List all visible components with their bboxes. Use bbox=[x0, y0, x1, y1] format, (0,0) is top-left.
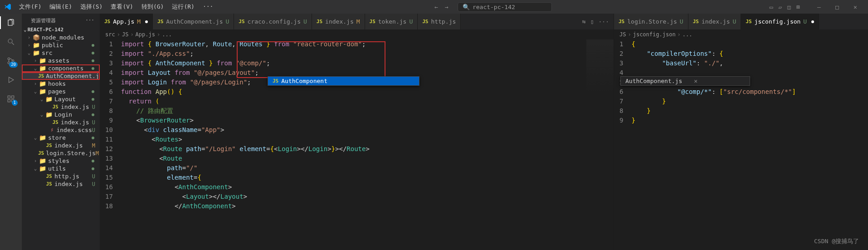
title-bar: 文件(F)编辑(E)选择(S)查看(V)转到(G)运行(R)··· ← → 🔍 … bbox=[0, 0, 868, 14]
code-editor-left[interactable]: 123456789101112131415161718 import { Bro… bbox=[100, 39, 614, 250]
search-icon: 🔍 bbox=[463, 4, 470, 10]
tooltip-close-icon[interactable]: ✕ bbox=[694, 78, 697, 84]
sidebar-title: 资源管理器 ··· bbox=[22, 14, 100, 26]
svg-rect-6 bbox=[8, 100, 10, 102]
back-icon[interactable]: ← bbox=[434, 4, 438, 10]
breadcrumb-left[interactable]: src › JS › App.js › ... bbox=[100, 29, 614, 39]
close-icon[interactable]: ✕ bbox=[846, 0, 864, 13]
maximize-icon[interactable]: □ bbox=[828, 0, 846, 13]
tree-item[interactable]: ›📁assets bbox=[22, 57, 100, 64]
project-name: REACT-PC-142 bbox=[28, 27, 63, 33]
code-lines-left[interactable]: import { BrowserRouter, Route, Routes } … bbox=[121, 39, 614, 250]
tree-item[interactable]: ⌄📁src bbox=[22, 49, 100, 57]
editor-tab[interactable]: JSindex.js U bbox=[688, 14, 741, 29]
editor-left: JSApp.js MJSAuthComponent.js UJScraco.co… bbox=[100, 14, 614, 250]
tree-item[interactable]: JSindex.jsU bbox=[22, 103, 100, 111]
autocomplete-popup[interactable]: JS AuthComponent bbox=[268, 76, 419, 86]
command-center[interactable]: 🔍 react-pc-142 bbox=[458, 2, 552, 12]
minimap[interactable] bbox=[586, 39, 614, 94]
editor-tab[interactable]: JSApp.js M bbox=[100, 14, 153, 29]
ext-badge: 1 bbox=[12, 100, 18, 106]
debug-icon[interactable] bbox=[5, 74, 16, 85]
editor-right: JSlogin.Store.js UJSindex.js UJSjsconfig… bbox=[614, 14, 868, 250]
layout-primary-icon[interactable]: ▭ bbox=[770, 4, 773, 10]
svg-point-1 bbox=[8, 58, 10, 60]
watermark: CSDN @搜捕鸟了 bbox=[814, 237, 859, 245]
editor-tab[interactable]: JScraco.config.js U bbox=[234, 14, 312, 29]
file-tooltip: AuthComponent.js ✕ bbox=[620, 76, 750, 86]
tree-item[interactable]: ›📁public bbox=[22, 41, 100, 49]
tree-item[interactable]: ›📁hooks bbox=[22, 80, 100, 88]
editor-tab[interactable]: JSlogin.Store.js U bbox=[614, 14, 688, 29]
editor-tab[interactable]: JSjsconfig.json U bbox=[741, 14, 819, 29]
tree-item[interactable]: ⌄📁Login bbox=[22, 111, 100, 118]
tree-item[interactable]: JSindex.jsM bbox=[22, 142, 100, 149]
menu-item[interactable]: 选择(S) bbox=[77, 1, 106, 13]
extensions-icon[interactable]: 1 bbox=[5, 93, 16, 104]
vscode-logo-icon bbox=[4, 3, 12, 11]
sidebar-more-icon[interactable]: ··· bbox=[85, 17, 94, 24]
svg-rect-4 bbox=[8, 96, 10, 98]
minimize-icon[interactable]: — bbox=[810, 0, 828, 13]
file-tree: ›📦node_modules›📁public⌄📁src›📁assets⌄📁com… bbox=[22, 34, 100, 250]
tree-item[interactable]: ⌄📁Layout bbox=[22, 95, 100, 103]
svg-point-0 bbox=[8, 39, 12, 43]
editor-tab[interactable]: JSAuthComponent.js U bbox=[153, 14, 234, 29]
menu-item[interactable]: 查看(V) bbox=[107, 1, 137, 13]
tooltip-label: AuthComponent.js bbox=[625, 78, 682, 84]
editor-tab[interactable]: JStoken.js U bbox=[365, 14, 418, 29]
split-icon[interactable]: ▯ bbox=[590, 18, 594, 25]
layout-panel-icon[interactable]: ▱ bbox=[779, 4, 782, 10]
tree-item[interactable]: JSindex.jsU bbox=[22, 118, 100, 126]
tree-item[interactable]: ♯index.scssU bbox=[22, 126, 100, 134]
menu-item[interactable]: ··· bbox=[199, 1, 217, 13]
gutter-right: 123456789 bbox=[614, 39, 631, 250]
suggest-label: AuthComponent bbox=[281, 78, 327, 84]
tree-item[interactable]: ›📦node_modules bbox=[22, 34, 100, 41]
tree-item[interactable]: ⌄📁pages bbox=[22, 88, 100, 95]
main-menu: 文件(F)编辑(E)选择(S)查看(V)转到(G)运行(R)··· bbox=[15, 1, 217, 13]
menu-item[interactable]: 转到(G) bbox=[138, 1, 167, 13]
tree-item[interactable]: JSAuthComponent.jsU bbox=[22, 72, 100, 80]
code-editor-right[interactable]: 123456789 { "compilerOptions": { "baseUr… bbox=[614, 39, 868, 250]
editor-tab[interactable]: JSindex.js M bbox=[312, 14, 365, 29]
more-icon[interactable]: ··· bbox=[599, 18, 609, 25]
search-icon[interactable] bbox=[5, 36, 16, 47]
explorer-sidebar: 资源管理器 ··· ⌄ REACT-PC-142 ›📦node_modules›… bbox=[22, 14, 100, 250]
layout-customize-icon[interactable]: ⊞ bbox=[796, 4, 800, 10]
menu-item[interactable]: 编辑(E) bbox=[46, 1, 75, 13]
tree-item[interactable]: ⌄📁components bbox=[22, 64, 100, 72]
forward-icon[interactable]: → bbox=[445, 4, 449, 10]
code-lines-right[interactable]: { "compilerOptions": { "baseUrl": "./", … bbox=[631, 39, 868, 250]
tree-item[interactable]: ⌄📁utils bbox=[22, 165, 100, 172]
editor-tab[interactable]: JShttp.js bbox=[418, 14, 461, 29]
tree-item[interactable]: ›📁styles bbox=[22, 157, 100, 165]
compare-icon[interactable]: ⇆ bbox=[582, 18, 586, 25]
sidebar-section[interactable]: ⌄ REACT-PC-142 bbox=[22, 26, 100, 34]
sidebar-title-label: 资源管理器 bbox=[31, 17, 56, 24]
menu-item[interactable]: 文件(F) bbox=[15, 1, 45, 13]
tabs-right: JSlogin.Store.js UJSindex.js UJSjsconfig… bbox=[614, 14, 868, 29]
tree-item[interactable]: ⌄📁store bbox=[22, 134, 100, 142]
activity-bar: 20 1 bbox=[0, 14, 22, 250]
menu-item[interactable]: 运行(R) bbox=[168, 1, 198, 13]
breadcrumb-right[interactable]: JS › jsconfig.json › ... bbox=[614, 29, 868, 39]
scm-icon[interactable]: 20 bbox=[5, 55, 16, 66]
tree-item[interactable]: JSindex.jsU bbox=[22, 180, 100, 188]
scm-badge: 20 bbox=[9, 62, 18, 68]
tree-item[interactable]: JSlogin.Store.jsM bbox=[22, 149, 100, 157]
svg-rect-5 bbox=[12, 96, 14, 98]
nav-arrows: ← → bbox=[434, 4, 449, 10]
tree-item[interactable]: JShttp.jsU bbox=[22, 172, 100, 180]
gutter-left: 123456789101112131415161718 bbox=[100, 39, 121, 250]
search-text: react-pc-142 bbox=[473, 4, 515, 10]
js-icon: JS bbox=[273, 78, 278, 84]
layout-sidebar-icon[interactable]: ◫ bbox=[787, 4, 791, 10]
tabs-left: JSApp.js MJSAuthComponent.js UJScraco.co… bbox=[100, 14, 614, 29]
explorer-icon[interactable] bbox=[5, 17, 16, 28]
chevron-down-icon: ⌄ bbox=[24, 27, 27, 33]
window-controls: — □ ✕ bbox=[810, 0, 864, 13]
